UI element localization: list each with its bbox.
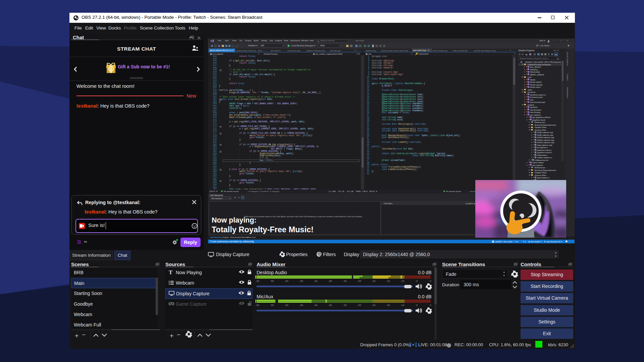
svg-text:1: 1 [110,67,112,72]
